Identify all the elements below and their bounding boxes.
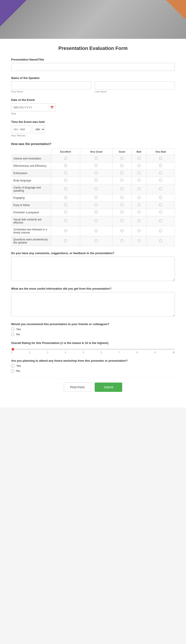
print-button[interactable]: Print Form xyxy=(64,382,91,392)
rating-cell[interactable] xyxy=(113,184,132,194)
rating-cell[interactable] xyxy=(51,170,80,177)
rating-radio[interactable] xyxy=(159,211,162,214)
rating-cell[interactable] xyxy=(146,226,175,236)
rating-cell[interactable] xyxy=(80,202,112,209)
rating-cell[interactable] xyxy=(113,162,132,170)
rating-radio[interactable] xyxy=(64,219,67,222)
rating-radio[interactable] xyxy=(138,211,140,214)
rating-radio[interactable] xyxy=(95,211,98,214)
rating-radio[interactable] xyxy=(159,229,162,232)
rating-radio[interactable] xyxy=(138,196,140,199)
rating-radio[interactable] xyxy=(138,179,140,182)
rating-radio[interactable] xyxy=(159,203,162,206)
future-yes-radio[interactable] xyxy=(11,364,15,368)
rating-cell[interactable] xyxy=(51,209,80,216)
rating-cell[interactable] xyxy=(51,226,80,236)
last-name-input[interactable] xyxy=(95,82,175,89)
rating-radio[interactable] xyxy=(64,211,67,214)
rating-cell[interactable] xyxy=(131,155,146,162)
rating-cell[interactable] xyxy=(113,209,132,216)
rating-radio[interactable] xyxy=(95,172,98,174)
rating-cell[interactable] xyxy=(113,194,132,202)
rating-cell[interactable] xyxy=(51,155,80,162)
rating-radio[interactable] xyxy=(95,203,98,206)
rating-radio[interactable] xyxy=(120,164,123,167)
future-yes-option[interactable]: Yes xyxy=(11,364,175,368)
rating-radio[interactable] xyxy=(120,229,123,232)
rating-radio[interactable] xyxy=(138,239,140,242)
date-input[interactable] xyxy=(11,103,56,111)
rating-cell[interactable] xyxy=(80,236,112,246)
rating-cell[interactable] xyxy=(131,236,146,246)
rating-cell[interactable] xyxy=(51,216,80,226)
rating-radio[interactable] xyxy=(159,188,162,190)
rating-cell[interactable] xyxy=(113,236,132,246)
rating-radio[interactable] xyxy=(95,164,98,167)
rating-cell[interactable] xyxy=(51,184,80,194)
rating-cell[interactable] xyxy=(113,155,132,162)
rating-radio[interactable] xyxy=(95,157,98,160)
recommend-yes-radio[interactable] xyxy=(11,328,15,331)
rating-radio[interactable] xyxy=(64,157,67,160)
rating-cell[interactable] xyxy=(146,236,175,246)
rating-radio[interactable] xyxy=(120,196,123,199)
rating-cell[interactable] xyxy=(131,194,146,202)
rating-cell[interactable] xyxy=(131,209,146,216)
rating-cell[interactable] xyxy=(146,202,175,209)
rating-radio[interactable] xyxy=(120,172,123,174)
rating-cell[interactable] xyxy=(113,202,132,209)
future-no-option[interactable]: No xyxy=(11,369,175,372)
rating-cell[interactable] xyxy=(80,226,112,236)
rating-cell[interactable] xyxy=(131,162,146,170)
rating-radio[interactable] xyxy=(64,179,67,182)
rating-radio[interactable] xyxy=(159,196,162,199)
rating-cell[interactable] xyxy=(131,202,146,209)
rating-radio[interactable] xyxy=(159,172,162,174)
rating-radio[interactable] xyxy=(64,196,67,199)
rating-radio[interactable] xyxy=(138,164,140,167)
rating-radio[interactable] xyxy=(64,164,67,167)
rating-cell[interactable] xyxy=(131,184,146,194)
rating-radio[interactable] xyxy=(64,172,67,174)
rating-cell[interactable] xyxy=(113,177,132,184)
rating-radio[interactable] xyxy=(159,164,162,167)
future-no-radio[interactable] xyxy=(11,369,15,372)
rating-cell[interactable] xyxy=(80,194,112,202)
rating-cell[interactable] xyxy=(80,177,112,184)
rating-cell[interactable] xyxy=(146,184,175,194)
first-name-input[interactable] xyxy=(11,82,91,89)
comments-textarea[interactable] xyxy=(11,256,175,281)
rating-cell[interactable] xyxy=(146,155,175,162)
rating-radio[interactable] xyxy=(64,229,67,232)
rating-radio[interactable] xyxy=(120,203,123,206)
rating-radio[interactable] xyxy=(159,219,162,222)
rating-cell[interactable] xyxy=(131,216,146,226)
presentation-name-input[interactable] xyxy=(11,63,175,71)
rating-radio[interactable] xyxy=(120,157,123,160)
rating-cell[interactable] xyxy=(80,170,112,177)
rating-cell[interactable] xyxy=(51,162,80,170)
rating-cell[interactable] xyxy=(146,177,175,184)
rating-radio[interactable] xyxy=(138,188,140,190)
rating-radio[interactable] xyxy=(95,219,98,222)
rating-cell[interactable] xyxy=(80,162,112,170)
rating-cell[interactable] xyxy=(51,194,80,202)
rating-cell[interactable] xyxy=(146,194,175,202)
rating-radio[interactable] xyxy=(120,219,123,222)
rating-cell[interactable] xyxy=(80,184,112,194)
rating-cell[interactable] xyxy=(131,177,146,184)
rating-cell[interactable] xyxy=(146,216,175,226)
useful-info-textarea[interactable] xyxy=(11,292,175,316)
rating-cell[interactable] xyxy=(146,170,175,177)
rating-radio[interactable] xyxy=(120,239,123,242)
rating-cell[interactable] xyxy=(131,226,146,236)
rating-radio[interactable] xyxy=(138,203,140,206)
rating-radio[interactable] xyxy=(95,188,98,190)
recommend-yes-option[interactable]: Yes xyxy=(11,328,175,331)
rating-cell[interactable] xyxy=(80,216,112,226)
rating-cell[interactable] xyxy=(113,170,132,177)
rating-cell[interactable] xyxy=(146,209,175,216)
rating-radio[interactable] xyxy=(138,219,140,222)
rating-cell[interactable] xyxy=(131,170,146,177)
rating-cell[interactable] xyxy=(51,177,80,184)
